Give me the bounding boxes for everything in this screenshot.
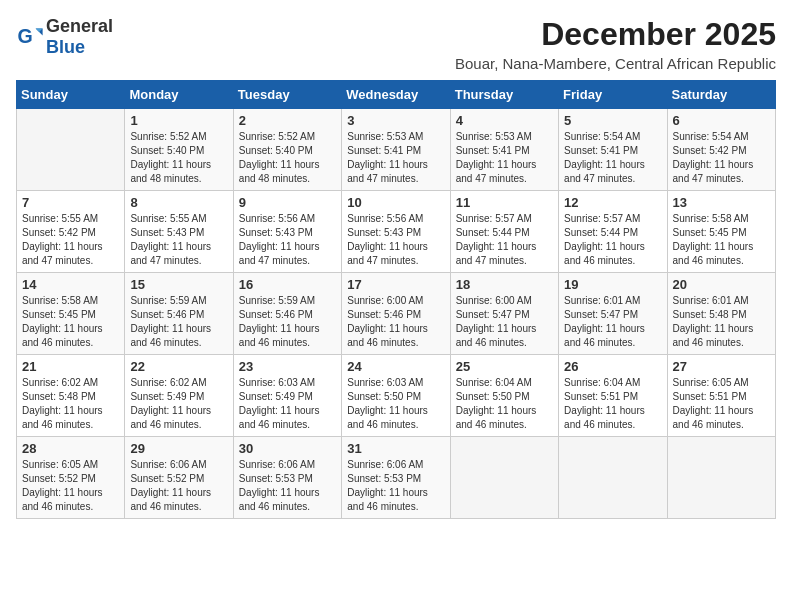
day-info: Sunrise: 6:02 AMSunset: 5:49 PMDaylight:… [130, 376, 227, 432]
day-number: 27 [673, 359, 770, 374]
calendar-cell: 3Sunrise: 5:53 AMSunset: 5:41 PMDaylight… [342, 109, 450, 191]
title-block: December 2025 Bouar, Nana-Mambere, Centr… [455, 16, 776, 72]
day-number: 9 [239, 195, 336, 210]
day-info: Sunrise: 5:52 AMSunset: 5:40 PMDaylight:… [130, 130, 227, 186]
calendar-cell: 17Sunrise: 6:00 AMSunset: 5:46 PMDayligh… [342, 273, 450, 355]
day-number: 24 [347, 359, 444, 374]
weekday-header-friday: Friday [559, 81, 667, 109]
calendar-cell: 2Sunrise: 5:52 AMSunset: 5:40 PMDaylight… [233, 109, 341, 191]
day-info: Sunrise: 5:54 AMSunset: 5:42 PMDaylight:… [673, 130, 770, 186]
calendar-cell: 7Sunrise: 5:55 AMSunset: 5:42 PMDaylight… [17, 191, 125, 273]
calendar-cell [17, 109, 125, 191]
calendar-cell: 28Sunrise: 6:05 AMSunset: 5:52 PMDayligh… [17, 437, 125, 519]
calendar-cell: 25Sunrise: 6:04 AMSunset: 5:50 PMDayligh… [450, 355, 558, 437]
day-info: Sunrise: 5:59 AMSunset: 5:46 PMDaylight:… [239, 294, 336, 350]
calendar-cell: 23Sunrise: 6:03 AMSunset: 5:49 PMDayligh… [233, 355, 341, 437]
day-number: 8 [130, 195, 227, 210]
calendar-cell: 27Sunrise: 6:05 AMSunset: 5:51 PMDayligh… [667, 355, 775, 437]
weekday-header-saturday: Saturday [667, 81, 775, 109]
day-number: 21 [22, 359, 119, 374]
calendar-cell [450, 437, 558, 519]
day-info: Sunrise: 5:53 AMSunset: 5:41 PMDaylight:… [347, 130, 444, 186]
calendar-cell: 19Sunrise: 6:01 AMSunset: 5:47 PMDayligh… [559, 273, 667, 355]
day-info: Sunrise: 6:00 AMSunset: 5:47 PMDaylight:… [456, 294, 553, 350]
logo-text: General Blue [46, 16, 113, 58]
day-number: 18 [456, 277, 553, 292]
day-info: Sunrise: 5:59 AMSunset: 5:46 PMDaylight:… [130, 294, 227, 350]
day-info: Sunrise: 5:56 AMSunset: 5:43 PMDaylight:… [239, 212, 336, 268]
calendar-cell [559, 437, 667, 519]
calendar-cell: 26Sunrise: 6:04 AMSunset: 5:51 PMDayligh… [559, 355, 667, 437]
day-info: Sunrise: 5:56 AMSunset: 5:43 PMDaylight:… [347, 212, 444, 268]
weekday-header-row: SundayMondayTuesdayWednesdayThursdayFrid… [17, 81, 776, 109]
day-number: 14 [22, 277, 119, 292]
day-number: 3 [347, 113, 444, 128]
calendar-cell: 30Sunrise: 6:06 AMSunset: 5:53 PMDayligh… [233, 437, 341, 519]
calendar-cell: 11Sunrise: 5:57 AMSunset: 5:44 PMDayligh… [450, 191, 558, 273]
day-number: 15 [130, 277, 227, 292]
day-info: Sunrise: 5:52 AMSunset: 5:40 PMDaylight:… [239, 130, 336, 186]
day-number: 17 [347, 277, 444, 292]
day-info: Sunrise: 5:55 AMSunset: 5:42 PMDaylight:… [22, 212, 119, 268]
day-info: Sunrise: 6:06 AMSunset: 5:53 PMDaylight:… [239, 458, 336, 514]
day-number: 28 [22, 441, 119, 456]
day-info: Sunrise: 6:04 AMSunset: 5:51 PMDaylight:… [564, 376, 661, 432]
day-info: Sunrise: 6:05 AMSunset: 5:51 PMDaylight:… [673, 376, 770, 432]
calendar-cell: 20Sunrise: 6:01 AMSunset: 5:48 PMDayligh… [667, 273, 775, 355]
calendar-cell: 21Sunrise: 6:02 AMSunset: 5:48 PMDayligh… [17, 355, 125, 437]
page-container: G General Blue December 2025 Bouar, Nana… [16, 16, 776, 519]
day-info: Sunrise: 6:02 AMSunset: 5:48 PMDaylight:… [22, 376, 119, 432]
day-number: 31 [347, 441, 444, 456]
calendar-cell: 31Sunrise: 6:06 AMSunset: 5:53 PMDayligh… [342, 437, 450, 519]
day-info: Sunrise: 6:03 AMSunset: 5:49 PMDaylight:… [239, 376, 336, 432]
weekday-header-tuesday: Tuesday [233, 81, 341, 109]
calendar-cell: 29Sunrise: 6:06 AMSunset: 5:52 PMDayligh… [125, 437, 233, 519]
calendar-week-3: 14Sunrise: 5:58 AMSunset: 5:45 PMDayligh… [17, 273, 776, 355]
day-number: 26 [564, 359, 661, 374]
day-number: 2 [239, 113, 336, 128]
day-number: 19 [564, 277, 661, 292]
day-info: Sunrise: 5:54 AMSunset: 5:41 PMDaylight:… [564, 130, 661, 186]
day-info: Sunrise: 5:57 AMSunset: 5:44 PMDaylight:… [564, 212, 661, 268]
day-info: Sunrise: 5:58 AMSunset: 5:45 PMDaylight:… [673, 212, 770, 268]
calendar-week-5: 28Sunrise: 6:05 AMSunset: 5:52 PMDayligh… [17, 437, 776, 519]
day-info: Sunrise: 6:05 AMSunset: 5:52 PMDaylight:… [22, 458, 119, 514]
day-info: Sunrise: 6:00 AMSunset: 5:46 PMDaylight:… [347, 294, 444, 350]
day-number: 10 [347, 195, 444, 210]
calendar-cell: 4Sunrise: 5:53 AMSunset: 5:41 PMDaylight… [450, 109, 558, 191]
calendar-cell: 8Sunrise: 5:55 AMSunset: 5:43 PMDaylight… [125, 191, 233, 273]
logo-icon: G [16, 23, 44, 51]
header: G General Blue December 2025 Bouar, Nana… [16, 16, 776, 72]
day-info: Sunrise: 6:03 AMSunset: 5:50 PMDaylight:… [347, 376, 444, 432]
calendar-cell: 18Sunrise: 6:00 AMSunset: 5:47 PMDayligh… [450, 273, 558, 355]
calendar-cell: 16Sunrise: 5:59 AMSunset: 5:46 PMDayligh… [233, 273, 341, 355]
day-number: 23 [239, 359, 336, 374]
day-info: Sunrise: 5:57 AMSunset: 5:44 PMDaylight:… [456, 212, 553, 268]
day-info: Sunrise: 5:53 AMSunset: 5:41 PMDaylight:… [456, 130, 553, 186]
day-number: 7 [22, 195, 119, 210]
day-number: 29 [130, 441, 227, 456]
subtitle: Bouar, Nana-Mambere, Central African Rep… [455, 55, 776, 72]
calendar-cell: 5Sunrise: 5:54 AMSunset: 5:41 PMDaylight… [559, 109, 667, 191]
day-number: 25 [456, 359, 553, 374]
day-number: 12 [564, 195, 661, 210]
calendar-cell: 13Sunrise: 5:58 AMSunset: 5:45 PMDayligh… [667, 191, 775, 273]
weekday-header-monday: Monday [125, 81, 233, 109]
day-number: 1 [130, 113, 227, 128]
day-info: Sunrise: 6:01 AMSunset: 5:48 PMDaylight:… [673, 294, 770, 350]
calendar-cell: 1Sunrise: 5:52 AMSunset: 5:40 PMDaylight… [125, 109, 233, 191]
day-info: Sunrise: 6:01 AMSunset: 5:47 PMDaylight:… [564, 294, 661, 350]
weekday-header-wednesday: Wednesday [342, 81, 450, 109]
day-number: 22 [130, 359, 227, 374]
day-number: 6 [673, 113, 770, 128]
day-info: Sunrise: 5:58 AMSunset: 5:45 PMDaylight:… [22, 294, 119, 350]
day-number: 4 [456, 113, 553, 128]
calendar-week-4: 21Sunrise: 6:02 AMSunset: 5:48 PMDayligh… [17, 355, 776, 437]
day-number: 20 [673, 277, 770, 292]
day-number: 13 [673, 195, 770, 210]
calendar-cell: 6Sunrise: 5:54 AMSunset: 5:42 PMDaylight… [667, 109, 775, 191]
logo-general: General [46, 16, 113, 36]
calendar-cell: 24Sunrise: 6:03 AMSunset: 5:50 PMDayligh… [342, 355, 450, 437]
calendar-cell: 10Sunrise: 5:56 AMSunset: 5:43 PMDayligh… [342, 191, 450, 273]
day-number: 30 [239, 441, 336, 456]
